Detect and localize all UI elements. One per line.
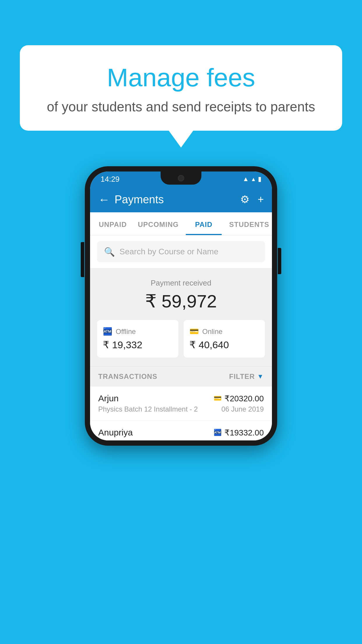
transaction-row-arjun[interactable]: Arjun 💳 ₹20320.00 Physics Batch 12 Insta… bbox=[90, 386, 272, 421]
transaction-name-arjun: Arjun bbox=[98, 393, 119, 403]
search-box[interactable]: 🔍 Search by Course or Name bbox=[97, 241, 265, 262]
transaction-row-anupriya[interactable]: Anupriya 🏧 ₹19332.00 bbox=[90, 421, 272, 440]
filter-icon: ▼ bbox=[257, 373, 264, 380]
transaction-date-arjun: 06 June 2019 bbox=[222, 405, 264, 413]
transaction-amount-anupriya: ₹19332.00 bbox=[224, 428, 264, 438]
transaction-top: Arjun 💳 ₹20320.00 bbox=[98, 393, 264, 403]
payment-total-amount: ₹ 59,972 bbox=[97, 290, 265, 312]
speech-bubble-arrow bbox=[169, 131, 193, 148]
transaction-amount-arjun: ₹20320.00 bbox=[224, 394, 264, 403]
phone-wrapper: 14:29 ▲ ▴ ▮ ← Payments ⚙ + bbox=[85, 166, 277, 446]
tab-paid[interactable]: PAID bbox=[181, 212, 226, 235]
search-container: 🔍 Search by Course or Name bbox=[90, 235, 272, 268]
offline-card: 🏧 Offline ₹ 19,332 bbox=[97, 320, 178, 358]
notch-camera bbox=[178, 175, 184, 181]
transaction-amount-wrapper-anupriya: 🏧 ₹19332.00 bbox=[214, 428, 264, 438]
transaction-amount-wrapper: 💳 ₹20320.00 bbox=[214, 394, 264, 403]
transaction-course-arjun: Physics Batch 12 Installment - 2 bbox=[98, 405, 198, 413]
offline-label: Offline bbox=[116, 328, 136, 336]
transactions-header: TRANSACTIONS FILTER ▼ bbox=[90, 366, 272, 386]
filter-button[interactable]: FILTER ▼ bbox=[229, 372, 264, 381]
payment-summary: Payment received ₹ 59,972 🏧 Offline ₹ 19… bbox=[90, 268, 272, 366]
filter-label-text: FILTER bbox=[229, 372, 255, 381]
online-card: 💳 Online ₹ 40,640 bbox=[184, 320, 265, 358]
phone-outer: 14:29 ▲ ▴ ▮ ← Payments ⚙ + bbox=[85, 166, 277, 446]
online-amount: ₹ 40,640 bbox=[189, 339, 229, 351]
search-icon: 🔍 bbox=[104, 247, 115, 257]
speech-bubble-subtitle: of your students and send receipts to pa… bbox=[43, 99, 319, 115]
payment-received-label: Payment received bbox=[97, 279, 265, 288]
offline-icon: 🏧 bbox=[103, 327, 112, 336]
add-icon[interactable]: + bbox=[258, 193, 264, 206]
settings-icon[interactable]: ⚙ bbox=[240, 193, 249, 206]
battery-icon: ▮ bbox=[258, 175, 261, 183]
wifi-icon: ▲ bbox=[242, 175, 249, 183]
status-icons: ▲ ▴ ▮ bbox=[242, 175, 261, 183]
transaction-top-partial: Anupriya 🏧 ₹19332.00 bbox=[98, 428, 264, 438]
header-right: ⚙ + bbox=[240, 193, 264, 206]
transaction-name-anupriya: Anupriya bbox=[98, 428, 133, 438]
payment-cards: 🏧 Offline ₹ 19,332 💳 Online ₹ 40,640 bbox=[97, 320, 265, 358]
back-button[interactable]: ← bbox=[98, 193, 110, 206]
tab-unpaid[interactable]: UNPAID bbox=[90, 212, 136, 235]
online-icon: 💳 bbox=[189, 327, 199, 336]
speech-bubble-wrapper: Manage fees of your students and send re… bbox=[20, 45, 342, 148]
tab-students[interactable]: STUDENTS bbox=[226, 212, 272, 235]
offline-amount: ₹ 19,332 bbox=[103, 339, 142, 351]
notch bbox=[161, 172, 201, 185]
search-placeholder-text: Search by Course or Name bbox=[120, 247, 218, 256]
online-card-header: 💳 Online bbox=[189, 327, 222, 336]
speech-bubble: Manage fees of your students and send re… bbox=[20, 45, 342, 131]
offline-payment-icon: 🏧 bbox=[214, 429, 222, 436]
app-header: ← Payments ⚙ + bbox=[90, 187, 272, 212]
offline-card-header: 🏧 Offline bbox=[103, 327, 136, 336]
signal-icon: ▴ bbox=[252, 175, 255, 183]
online-label: Online bbox=[202, 328, 222, 336]
phone-screen: 14:29 ▲ ▴ ▮ ← Payments ⚙ + bbox=[90, 172, 272, 440]
tab-upcoming[interactable]: UPCOMING bbox=[136, 212, 181, 235]
speech-bubble-title: Manage fees bbox=[43, 63, 319, 92]
header-left: ← Payments bbox=[98, 193, 164, 206]
status-time: 14:29 bbox=[101, 175, 120, 184]
tabs-bar: UNPAID UPCOMING PAID STUDENTS bbox=[90, 212, 272, 235]
transaction-bottom: Physics Batch 12 Installment - 2 06 June… bbox=[98, 405, 264, 413]
transactions-label: TRANSACTIONS bbox=[98, 372, 157, 381]
online-payment-icon: 💳 bbox=[214, 395, 222, 402]
header-title: Payments bbox=[115, 193, 164, 206]
